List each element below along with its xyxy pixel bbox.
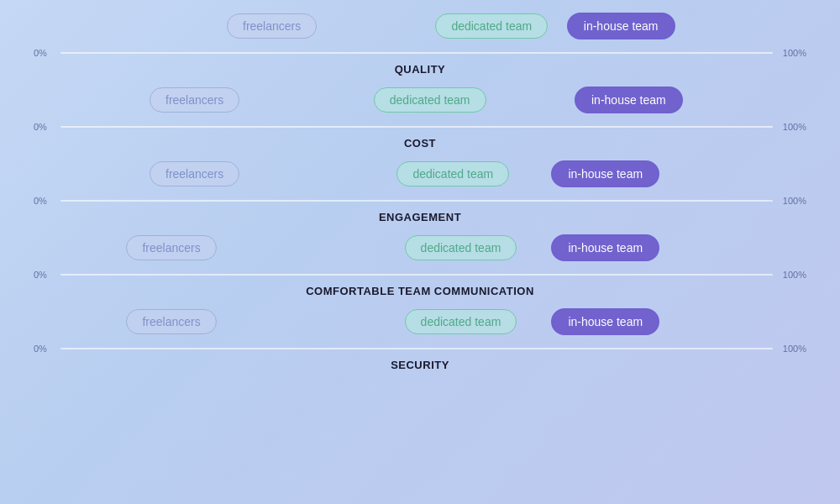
scale-row-security: 0% 100%: [34, 341, 806, 356]
scale-right-communication: 100%: [776, 270, 806, 280]
scale-right-quality: 100%: [776, 48, 806, 58]
scale-row-cost: 0% 100%: [34, 119, 806, 134]
bubble-inhouse-communication: in-house team: [551, 234, 659, 261]
chart-title-communication: COMFORTABLE TEAM COMMUNICATION: [34, 283, 806, 301]
bubble-freelancers-cost: freelancers: [150, 87, 239, 113]
chart-title-engagement: ENGAGEMENT: [34, 209, 806, 227]
chart-security: freelancers dedicated team in-house team…: [34, 302, 806, 375]
scale-line-cost: [60, 126, 773, 128]
bubble-freelancers-communication: freelancers: [126, 235, 216, 260]
bubble-freelancers-security: freelancers: [126, 309, 216, 334]
bubble-freelancers-quality: freelancers: [227, 13, 317, 39]
scale-right-cost: 100%: [776, 122, 806, 132]
scale-row-engagement: 0% 100%: [34, 193, 806, 208]
chart-cost: freelancers dedicated team in-house team…: [34, 81, 806, 153]
bubble-dedicated-quality: dedicated team: [435, 13, 548, 39]
bubbles-row-cost: freelancers dedicated team in-house team: [34, 81, 806, 119]
scale-line-security: [60, 348, 773, 349]
scale-right-engagement: 100%: [776, 196, 806, 206]
scale-row-communication: 0% 100%: [34, 267, 806, 282]
scale-left-cost: 0%: [34, 122, 57, 132]
chart-communication: freelancers dedicated team in-house team…: [34, 228, 806, 301]
scale-line-communication: [60, 274, 773, 276]
scale-line-quality: [60, 52, 773, 54]
scale-line-engagement: [60, 200, 773, 202]
bubbles-row-communication: freelancers dedicated team in-house team: [34, 228, 806, 267]
scale-left-engagement: 0%: [34, 196, 57, 206]
chart-title-quality: QUALITY: [34, 61, 806, 79]
scale-left-security: 0%: [34, 344, 57, 354]
scale-left-quality: 0%: [34, 48, 57, 58]
bubble-dedicated-security: dedicated team: [405, 309, 517, 334]
scale-row-quality: 0% 100%: [34, 45, 806, 60]
chart-engagement: freelancers dedicated team in-house team…: [34, 155, 806, 227]
bubbles-row-engagement: freelancers dedicated team in-house team: [34, 155, 806, 193]
bubbles-row-quality: freelancers dedicated team in-house team: [34, 7, 806, 45]
chart-title-security: SECURITY: [34, 357, 806, 375]
bubble-dedicated-cost: dedicated team: [374, 87, 486, 113]
bubble-freelancers-engagement: freelancers: [150, 161, 239, 186]
scale-left-communication: 0%: [34, 270, 57, 280]
bubble-dedicated-communication: dedicated team: [405, 235, 517, 260]
chart-quality: freelancers dedicated team in-house team…: [34, 7, 806, 79]
bubble-inhouse-quality: in-house team: [567, 13, 675, 39]
bubble-inhouse-engagement: in-house team: [551, 160, 659, 187]
chart-title-cost: COST: [34, 135, 806, 153]
bubble-inhouse-cost: in-house team: [575, 87, 683, 113]
scale-right-security: 100%: [776, 344, 806, 354]
bubble-inhouse-security: in-house team: [551, 308, 659, 335]
bubble-dedicated-engagement: dedicated team: [396, 161, 509, 186]
bubbles-row-security: freelancers dedicated team in-house team: [34, 302, 806, 341]
